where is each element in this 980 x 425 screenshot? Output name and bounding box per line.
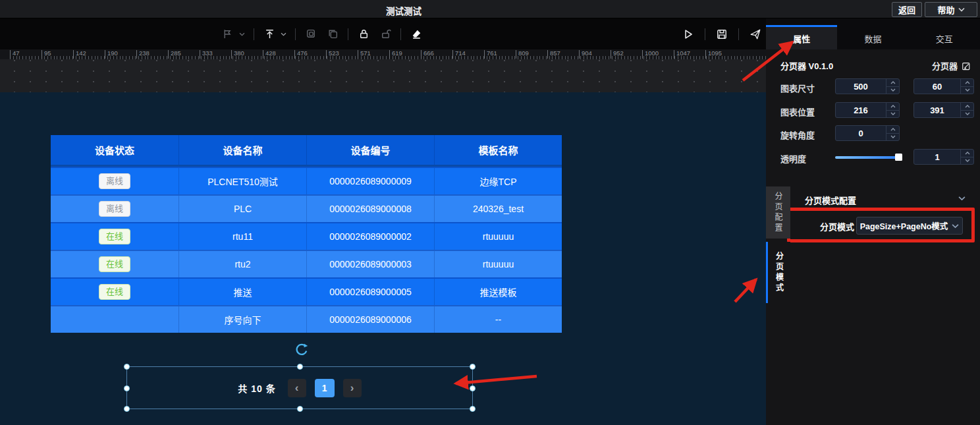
selection-handle-nw[interactable] [124, 364, 130, 370]
opacity-input[interactable]: 1 [913, 149, 974, 165]
device-code-cell: 0000026089000003 [306, 251, 434, 277]
table-row: 在线 推送 0000026089000005 推送模板 [51, 277, 562, 305]
stepper-up-icon[interactable] [886, 79, 899, 87]
component-title: 分页器 V0.1.0 [780, 59, 833, 72]
device-name-cell: PLC [178, 196, 306, 222]
stepper [886, 79, 899, 94]
selection-handle-w[interactable] [124, 385, 130, 391]
panel-tabbar: 属性 数据 交互 [766, 25, 980, 49]
rotate-handle-icon[interactable] [294, 343, 309, 357]
status-cell: 在线 [51, 279, 178, 305]
play-icon[interactable] [682, 28, 695, 41]
status-cell: 在线 [51, 251, 178, 277]
device-code-cell: 0000026089000005 [306, 279, 434, 305]
status-cell: 在线 [51, 223, 178, 250]
position-y-input[interactable]: 391 [913, 102, 974, 118]
device-table-component[interactable]: 设备状态 设备名称 设备编号 模板名称 离线 PLCNET510测试 00000… [51, 135, 562, 333]
stepper-up-icon[interactable] [961, 79, 973, 87]
chevron-down-icon[interactable] [281, 32, 286, 36]
side-tab-pagination-mode[interactable]: 分页模式 [766, 242, 790, 303]
table-row: 离线 PLC 0000026089000008 240326_test [51, 194, 562, 222]
back-button[interactable]: 返回 [892, 2, 922, 17]
stepper-up-icon[interactable] [886, 126, 899, 134]
flag-icon[interactable] [221, 28, 234, 41]
selection-handle-se[interactable] [470, 406, 476, 412]
page-title: 测试测试 [386, 4, 422, 17]
selection-handle-s[interactable] [297, 406, 303, 412]
prop-label-size: 图表尺寸 [780, 82, 815, 94]
send-icon[interactable] [749, 28, 762, 41]
stepper-up-icon[interactable] [961, 150, 973, 157]
tab-interaction[interactable]: 交互 [909, 25, 980, 49]
stepper-down-icon[interactable] [961, 111, 973, 118]
stepper-down-icon[interactable] [961, 87, 973, 94]
tab-properties[interactable]: 属性 [766, 25, 837, 49]
stepper-down-icon[interactable] [886, 134, 899, 141]
app-window: 测试测试 返回 帮助 [0, 0, 980, 425]
stepper-up-icon[interactable] [961, 103, 973, 111]
selection-handle-n[interactable] [297, 364, 303, 370]
stepper [960, 79, 973, 94]
column-header: 设备状态 [51, 135, 178, 165]
template-name-cell: rtuuuuu [434, 223, 562, 250]
opacity-slider[interactable] [835, 156, 901, 159]
column-header: 设备编号 [306, 135, 434, 165]
stepper [886, 103, 899, 117]
column-header: 模板名称 [434, 135, 562, 165]
lock-icon[interactable] [357, 28, 370, 41]
tab-data[interactable]: 数据 [837, 25, 908, 49]
pagination-page-button[interactable]: 1 [315, 379, 335, 397]
save-icon[interactable] [715, 28, 728, 41]
eraser-icon[interactable] [410, 28, 423, 41]
device-name-cell: 序号向下 [178, 306, 306, 333]
pagination-component-selection[interactable]: 共 10 条 ‹ 1 › [126, 366, 473, 409]
help-button[interactable]: 帮助 [925, 2, 977, 17]
pagination-prev-button[interactable]: ‹ [288, 379, 306, 397]
selection-handle-sw[interactable] [124, 406, 130, 412]
chevron-down-icon [952, 223, 959, 229]
size-height-input[interactable]: 60 [913, 78, 974, 94]
opacity-slider-thumb[interactable] [895, 154, 902, 161]
toolbar-divider [705, 28, 705, 40]
device-name-cell: 推送 [178, 279, 306, 305]
top-header: 测试测试 返回 帮助 [0, 0, 980, 18]
copy-icon[interactable] [326, 28, 339, 41]
size-width-input[interactable]: 500 [835, 78, 900, 94]
status-badge: 在线 [99, 229, 130, 244]
design-canvas[interactable]: 设备状态 设备名称 设备编号 模板名称 离线 PLCNET510测试 00000… [0, 92, 766, 425]
toolbar-right-group [682, 18, 762, 49]
arrow-to-top-icon[interactable] [263, 28, 276, 41]
prop-label-rotation: 旋转角度 [780, 128, 815, 141]
stepper [960, 103, 973, 117]
position-x-input[interactable]: 216 [835, 102, 900, 118]
stepper-down-icon[interactable] [886, 87, 899, 94]
unlock-icon[interactable] [379, 28, 392, 41]
side-tab-pagination-config[interactable]: 分页配置 [766, 186, 790, 239]
device-name-cell: rtu2 [178, 251, 306, 277]
selection-handle-ne[interactable] [470, 364, 476, 370]
chevron-down-icon [958, 196, 966, 201]
stepper-down-icon[interactable] [961, 157, 973, 165]
rotation-input[interactable]: 0 [835, 125, 900, 141]
status-cell: 离线 [51, 168, 178, 194]
pagination-mode-select[interactable]: PageSize+PageNo模式 [856, 217, 963, 235]
group-icon[interactable] [304, 28, 317, 41]
template-name-cell: -- [434, 306, 562, 333]
component-edit-link[interactable]: 分页器 [932, 59, 971, 72]
table-row: 序号向下 0000026089000006 -- [51, 305, 562, 333]
prop-label-position: 图表位置 [780, 105, 815, 118]
section-pagination-mode-config[interactable]: 分页模式配置 [790, 191, 980, 208]
selection-handle-e[interactable] [470, 385, 476, 391]
chevron-down-icon[interactable] [239, 32, 245, 36]
pagination-next-button[interactable]: › [343, 379, 362, 397]
template-name-cell: rtuuuuu [434, 251, 562, 277]
section-title: 分页模式配置 [805, 194, 856, 206]
device-code-cell: 0000026089000008 [306, 196, 434, 222]
stepper-up-icon[interactable] [886, 103, 899, 111]
stepper-down-icon[interactable] [886, 111, 899, 118]
status-badge: 在线 [99, 256, 130, 272]
status-badge: 离线 [99, 173, 130, 189]
table-header-row: 设备状态 设备名称 设备编号 模板名称 [51, 135, 562, 167]
status-badge: 离线 [99, 201, 130, 217]
toolbar-divider [254, 28, 254, 40]
